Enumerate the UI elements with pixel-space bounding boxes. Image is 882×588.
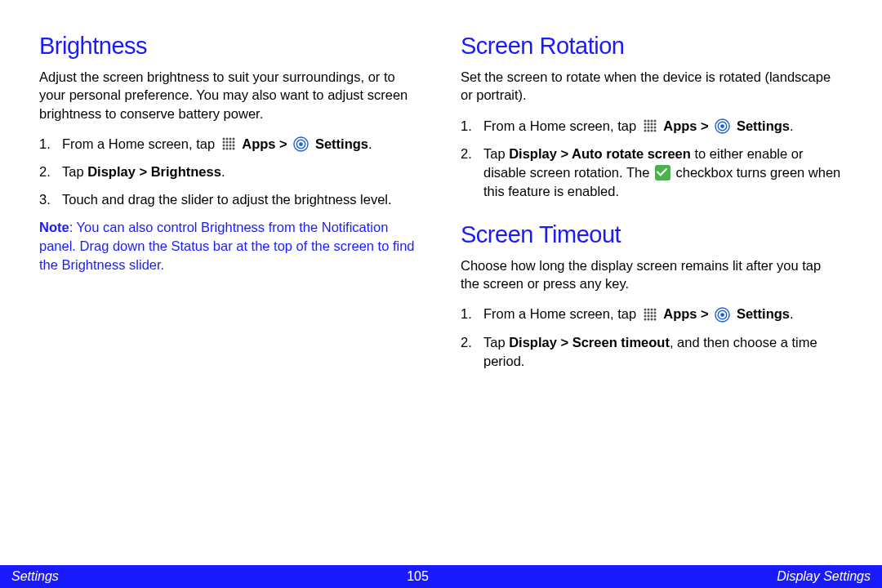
svg-point-5 [225,141,228,144]
rotation-step-2: Tap Display > Auto rotate screen to eith… [461,145,843,201]
rotation-intro: Set the screen to rotate when the device… [461,68,843,105]
svg-point-18 [299,142,303,146]
svg-point-24 [647,123,649,126]
rotation-heading: Screen Rotation [461,33,843,60]
svg-point-46 [644,315,646,318]
timeout-intro: Choose how long the display screen remai… [461,256,843,293]
timeout-step-1: From a Home screen, tap Apps > Settings. [461,305,843,323]
svg-point-33 [650,130,653,132]
rotation-step-1: From a Home screen, tap Apps > Settings. [461,117,843,136]
timeout-section: Screen Timeout Choose how long the displ… [461,221,843,371]
svg-point-44 [650,312,653,314]
svg-point-45 [653,312,656,314]
svg-point-8 [222,145,225,147]
svg-point-23 [644,123,646,126]
brightness-step-2: Tap Display > Brightness. [39,163,421,181]
svg-point-10 [229,145,231,147]
checkbox-icon [655,165,670,180]
page-footer: Settings 105 Display Settings [0,565,882,588]
brightness-note: Note: You can also control Brightness fr… [39,218,421,274]
settings-icon [715,307,730,323]
svg-point-37 [720,124,724,128]
svg-point-31 [644,130,646,132]
svg-point-50 [644,318,646,321]
brightness-heading: Brightness [39,33,421,60]
settings-icon [715,118,730,134]
apps-icon [643,307,657,322]
svg-point-52 [650,318,653,321]
svg-point-3 [232,138,234,140]
svg-point-11 [232,145,234,147]
timeout-steps: From a Home screen, tap Apps > Settings.… [461,305,843,370]
svg-point-15 [232,148,234,150]
rotation-steps: From a Home screen, tap Apps > Settings.… [461,117,843,201]
svg-point-38 [644,309,646,311]
svg-point-51 [647,318,649,321]
svg-point-49 [653,315,656,318]
apps-icon [643,118,657,133]
svg-point-12 [222,148,225,150]
footer-page-number: 105 [407,569,429,584]
svg-point-21 [650,120,653,122]
page-content: Brightness Adjust the screen brightness … [0,0,882,547]
settings-icon [293,136,309,152]
right-column: Screen Rotation Set the screen to rotate… [461,33,843,531]
svg-point-56 [720,313,724,317]
svg-point-42 [644,312,646,314]
svg-point-28 [647,127,649,129]
svg-point-48 [650,315,653,318]
brightness-step-1: From a Home screen, tap Apps > Settings. [39,135,421,154]
rotation-section: Screen Rotation Set the screen to rotate… [461,33,843,201]
svg-point-1 [225,138,228,140]
footer-right: Display Settings [777,569,871,584]
svg-point-4 [222,141,225,144]
svg-point-43 [647,312,649,314]
svg-point-9 [225,145,228,147]
svg-point-6 [229,141,231,144]
svg-point-19 [644,120,646,122]
svg-point-32 [647,130,649,132]
apps-icon [221,136,236,151]
left-column: Brightness Adjust the screen brightness … [39,33,421,531]
svg-point-39 [647,309,649,311]
footer-left: Settings [11,569,59,584]
timeout-heading: Screen Timeout [461,221,843,248]
brightness-intro: Adjust the screen brightness to suit you… [39,68,421,122]
svg-point-40 [650,309,653,311]
svg-point-34 [653,130,656,132]
brightness-step-3: Touch and drag the slider to adjust the … [39,190,421,209]
brightness-section: Brightness Adjust the screen brightness … [39,33,421,274]
svg-point-27 [644,127,646,129]
svg-point-25 [650,123,653,126]
brightness-steps: From a Home screen, tap Apps > Settings.… [39,135,421,209]
svg-point-14 [229,148,231,150]
svg-point-20 [647,120,649,122]
svg-point-47 [647,315,649,318]
svg-point-13 [225,148,228,150]
svg-point-30 [653,127,656,129]
svg-point-22 [653,120,656,122]
svg-point-26 [653,123,656,126]
svg-point-53 [653,318,656,321]
svg-point-41 [653,309,656,311]
svg-point-7 [232,141,234,144]
svg-point-0 [222,138,225,140]
svg-point-2 [229,138,231,140]
timeout-step-2: Tap Display > Screen timeout, and then c… [461,333,843,371]
svg-point-29 [650,127,653,129]
